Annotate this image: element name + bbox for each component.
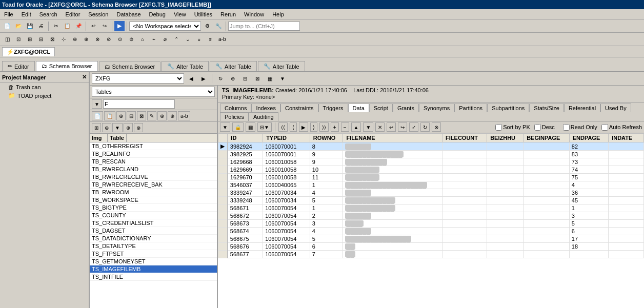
tbtn10[interactable]: ⊘ <box>104 34 114 45</box>
tbtn5[interactable]: ⊠ <box>47 34 57 45</box>
close-pm-button[interactable]: ✕ <box>82 74 87 80</box>
col-header-filecount[interactable]: FILECOUNT <box>442 134 487 142</box>
list-item[interactable]: TB_RWRECRECEIVE_BAK <box>90 181 217 189</box>
table-row[interactable]: 56867610600700546██18 <box>218 243 644 251</box>
col-header-indate[interactable]: INDATE <box>609 134 644 142</box>
tab-referential[interactable]: Referential <box>564 104 600 112</box>
tbtn9[interactable]: ⊗ <box>92 34 103 45</box>
table-row[interactable]: 56867510600700545████████████████17 <box>218 235 644 243</box>
tab-partitions[interactable]: Partitions <box>454 104 487 112</box>
undo-button[interactable]: ↩ <box>88 21 98 31</box>
workspace-btn2[interactable]: 🔧 <box>213 21 224 31</box>
desc-checkbox[interactable] <box>534 124 541 131</box>
data-nav-next[interactable]: ⟩ <box>310 122 317 132</box>
list-item[interactable]: TB_WORKSPACE <box>90 196 217 204</box>
menu-edit[interactable]: Edit <box>19 11 33 18</box>
list-item[interactable]: TS_DETAILTYPE <box>90 242 217 250</box>
col-header-beginpage[interactable]: BEGINPAGE <box>524 134 570 142</box>
tab-constraints[interactable]: Constraints <box>280 104 318 112</box>
menu-database[interactable]: Database <box>114 11 143 18</box>
tab-indexes[interactable]: Indexes <box>251 104 280 112</box>
tab-synonyms[interactable]: Synonyms <box>419 104 454 112</box>
filter-btn[interactable]: ▼ <box>92 99 102 109</box>
obj-btn8[interactable]: ⊕ <box>168 111 177 120</box>
tree-item-toad-project[interactable]: 📁 TOAD project <box>0 91 89 100</box>
data-delete-btn[interactable]: − <box>341 122 349 132</box>
data-cancel-btn[interactable]: ✕ <box>375 122 385 132</box>
col-header-rowno[interactable]: ROWNO <box>310 134 343 142</box>
redo-button[interactable]: ↪ <box>99 21 110 31</box>
list-item-county[interactable]: TS_COUNTY <box>90 212 217 219</box>
data-commit-btn[interactable]: ✓ <box>409 122 418 132</box>
workspace-combo[interactable]: <No Workspace selected> <box>129 22 201 31</box>
table-row[interactable]: 1629669106001005810████████74 <box>218 166 644 174</box>
list-item[interactable]: TB_RWRECRECEIVE <box>90 173 217 181</box>
table-row[interactable]: 1629670106001005811████████75 <box>218 174 644 181</box>
tbtn18[interactable]: ⌅ <box>194 34 204 45</box>
list-item[interactable]: TS_CREDENTIALSLIST <box>90 219 217 227</box>
schema-btn6[interactable]: ▼ <box>277 73 288 84</box>
obj-btn12[interactable]: ▼ <box>112 123 123 132</box>
obj-btn5[interactable]: ⊠ <box>137 111 146 120</box>
tbtn20[interactable]: a-b <box>216 34 228 45</box>
obj-btn11[interactable]: ⊛ <box>102 123 111 132</box>
print-button[interactable]: 🖨 <box>36 21 46 31</box>
tree-item-trash[interactable]: 🗑 Trash can <box>0 83 89 91</box>
col-img[interactable]: Img <box>90 134 108 142</box>
conn-tab-zxfg[interactable]: ⚡ ZXFG@ORCL <box>2 47 55 56</box>
menu-session[interactable]: Session <box>86 11 110 18</box>
data-grid-btn[interactable]: ▦ <box>246 122 255 132</box>
menu-utilities[interactable]: Utilities <box>192 11 214 18</box>
tab-alter-table-2[interactable]: 🔧 Alter Table <box>210 61 257 71</box>
run-button[interactable]: ▶ <box>114 21 125 31</box>
menu-help[interactable]: Help <box>270 11 286 18</box>
col-header-filename[interactable]: FILENAME <box>343 134 442 142</box>
data-undo-btn[interactable]: ↩ <box>387 122 396 132</box>
menu-debug[interactable]: Debug <box>147 11 168 18</box>
tab-subpartitions[interactable]: Subpartitions <box>487 104 529 112</box>
obj-btn13[interactable]: ⊕ <box>124 123 133 132</box>
obj-btn2[interactable]: 📋 <box>104 111 115 120</box>
obj-btn14[interactable]: ⊗ <box>134 123 143 132</box>
menu-editor[interactable]: Editor <box>64 11 83 18</box>
data-nav-last[interactable]: ⟩⟩ <box>319 122 329 132</box>
data-down-btn[interactable]: ▼ <box>363 122 373 132</box>
tab-schema-browser-2[interactable]: 🗂 Schema Browser <box>99 61 161 71</box>
tab-statssize[interactable]: Stats/Size <box>529 104 564 112</box>
tbtn15[interactable]: ⌀ <box>160 34 170 45</box>
paste-button[interactable]: 📌 <box>73 21 84 31</box>
tbtn7[interactable]: ⊛ <box>70 34 80 45</box>
tab-schema-browser-1[interactable]: 🗂 Schema Browser <box>36 61 98 71</box>
refresh-schema[interactable]: ↻ <box>215 73 226 84</box>
table-row[interactable]: 162966810600100589██████████73 <box>218 158 644 166</box>
list-item[interactable]: TB_RWROOM <box>90 189 217 196</box>
data-up-btn[interactable]: ▲ <box>351 122 361 132</box>
col-header-typeid[interactable]: TYPEID <box>263 134 310 142</box>
tab-triggers[interactable]: Triggers <box>318 104 348 112</box>
menu-file[interactable]: File <box>2 11 15 18</box>
copy-button[interactable]: 📋 <box>62 21 72 31</box>
filter-input[interactable] <box>103 99 175 109</box>
list-item[interactable]: TS_GETMONEYSET <box>90 258 217 265</box>
tab-editor[interactable]: ✏ Editor <box>2 61 35 71</box>
type-select[interactable]: Tables <box>92 87 215 97</box>
data-nav-first[interactable]: ⟨⟨ <box>278 122 288 132</box>
tab-columns[interactable]: Columns <box>220 104 251 112</box>
tab-alter-table-1[interactable]: 🔧 Alter Table <box>162 61 209 71</box>
table-row[interactable]: 333924710600700344██████36 <box>218 189 644 197</box>
obj-btn7[interactable]: ⊛ <box>157 111 167 120</box>
schema-btn5[interactable]: ▦ <box>265 73 275 84</box>
data-stop-btn[interactable]: ⊗ <box>432 122 441 132</box>
tbtn19[interactable]: ⌆ <box>205 34 215 45</box>
list-item[interactable]: TS_FTPSET <box>90 250 217 258</box>
list-item[interactable]: TS_BIGTYPE <box>90 204 217 212</box>
tbtn1[interactable]: ◫ <box>2 34 12 45</box>
tbtn12[interactable]: ⊚ <box>126 34 136 45</box>
tbtn2[interactable]: ⊡ <box>13 34 24 45</box>
tbtn11[interactable]: ⊙ <box>115 34 125 45</box>
table-row[interactable]: 354603710600400651████████████████████4 <box>218 181 644 189</box>
list-item[interactable]: TS_DAGSET <box>90 227 217 235</box>
data-refresh-btn[interactable]: ↻ <box>420 122 430 132</box>
tbtn14[interactable]: ⌁ <box>149 34 159 45</box>
table-row[interactable]: 398292510600700019██████████████83 <box>218 151 644 158</box>
